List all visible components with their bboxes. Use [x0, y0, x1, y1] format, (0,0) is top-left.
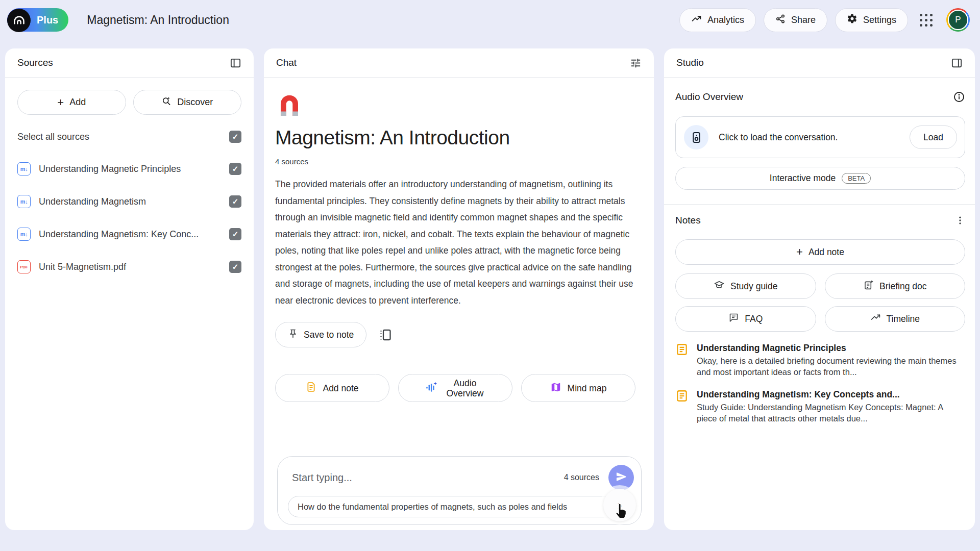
source-row[interactable]: m↓ Understanding Magnetism: Key Conc... …	[17, 228, 241, 241]
note-preview: Okay, here is a detailed briefing docume…	[697, 355, 965, 378]
interactive-mode-label: Interactive mode	[770, 173, 836, 184]
study-guide-label: Study guide	[730, 281, 777, 292]
source-checkbox[interactable]: ✓	[229, 228, 241, 240]
speaker-icon	[684, 125, 708, 149]
markdown-file-icon: m↓	[17, 162, 31, 176]
source-title: Unit 5-Magnetism.pdf	[39, 262, 221, 272]
select-all-row: Select all sources ✓	[17, 131, 241, 143]
audio-load-message: Click to load the conversation.	[719, 132, 899, 143]
apps-grid-icon[interactable]	[920, 14, 933, 27]
analytics-button[interactable]: Analytics	[679, 8, 756, 32]
discover-search-icon	[161, 96, 172, 109]
next-suggestion-button[interactable]: ›	[603, 489, 636, 521]
chat-actions-row: Add note Audio Overview	[275, 374, 635, 402]
briefing-doc-icon	[863, 280, 874, 293]
source-row[interactable]: m↓ Understanding Magnetic Principles ✓	[17, 162, 241, 176]
add-note-button[interactable]: Add note	[275, 374, 389, 402]
chat-settings-tune-icon[interactable]	[630, 57, 642, 69]
notebooklm-logo-icon	[7, 9, 31, 32]
audio-load-card: Click to load the conversation. Load	[675, 116, 965, 158]
collapse-studio-panel-icon[interactable]	[951, 57, 963, 69]
faq-button[interactable]: FAQ	[675, 306, 816, 332]
markdown-file-icon: m↓	[17, 228, 31, 241]
select-all-label: Select all sources	[17, 132, 89, 142]
audio-overview-section: Audio Overview C	[664, 78, 975, 204]
source-row[interactable]: m↓ Understanding Magnetism ✓	[17, 195, 241, 208]
avatar-initial: P	[948, 10, 968, 30]
save-to-note-label: Save to note	[304, 330, 354, 340]
pin-icon	[288, 329, 298, 341]
audio-waveform-icon	[425, 381, 438, 396]
graduation-cap-icon	[714, 280, 725, 293]
audio-overview-button[interactable]: Audio Overview	[398, 374, 512, 402]
send-button[interactable]	[608, 465, 634, 490]
audio-overview-label: Audio Overview	[444, 378, 486, 398]
study-guide-button[interactable]: Study guide	[675, 273, 816, 299]
share-button[interactable]: Share	[764, 8, 827, 32]
add-source-button[interactable]: + Add	[17, 90, 126, 115]
sources-panel-title: Sources	[17, 57, 53, 68]
source-title: Understanding Magnetism: Key Conc...	[39, 229, 221, 240]
chevron-right-icon: ›	[618, 497, 622, 513]
source-row[interactable]: PDF Unit 5-Magnetism.pdf ✓	[17, 260, 241, 273]
plus-icon: +	[796, 246, 803, 258]
studio-panel-header: Studio	[664, 48, 975, 78]
save-to-note-button[interactable]: Save to note	[275, 322, 366, 347]
mind-map-label: Mind map	[568, 383, 607, 393]
chat-panel-title: Chat	[276, 57, 297, 68]
studio-add-note-label: Add note	[808, 247, 844, 258]
beta-badge: BETA	[842, 173, 871, 184]
source-checkbox[interactable]: ✓	[229, 195, 241, 208]
source-title: Understanding Magnetic Principles	[39, 164, 221, 174]
settings-label: Settings	[863, 15, 896, 26]
magnet-emoji	[275, 91, 635, 121]
kebab-menu-icon[interactable]	[955, 215, 965, 226]
timeline-label: Timeline	[887, 314, 920, 324]
select-all-checkbox[interactable]: ✓	[229, 131, 241, 143]
suggested-question-text: How do the fundamental properties of mag…	[298, 502, 567, 512]
plus-badge-label: Plus	[37, 14, 58, 26]
save-row: Save to note	[275, 322, 635, 347]
notebook-summary: The provided materials offer an introduc…	[275, 176, 635, 309]
studio-add-note-button[interactable]: + Add note	[675, 239, 965, 265]
composer-source-count: 4 sources	[564, 473, 599, 482]
studio-panel: Studio Audio Overview	[664, 48, 975, 530]
app-logo[interactable]: Plus	[7, 8, 68, 32]
faq-icon	[728, 312, 739, 325]
studio-body: Audio Overview C	[664, 78, 975, 424]
load-button[interactable]: Load	[910, 126, 957, 149]
note-title: Understanding Magnetism: Key Concepts an…	[697, 389, 965, 400]
discover-sources-button[interactable]: Discover	[133, 90, 242, 115]
source-checkbox[interactable]: ✓	[229, 261, 241, 273]
chat-composer: 4 sources How do the fundamental propert…	[277, 456, 642, 525]
add-source-label: Add	[69, 97, 86, 108]
note-icon	[675, 343, 689, 378]
collapse-sources-panel-icon[interactable]	[230, 57, 241, 69]
discover-label: Discover	[177, 97, 213, 108]
settings-button[interactable]: Settings	[835, 8, 908, 32]
audio-overview-title: Audio Overview	[675, 91, 743, 103]
briefing-doc-button[interactable]: Briefing doc	[825, 273, 966, 299]
top-right-actions: Analytics Share Settings P	[679, 8, 970, 32]
note-preview: Study Guide: Understanding Magnetism Key…	[697, 402, 965, 424]
add-note-label: Add note	[323, 383, 358, 393]
note-icon	[306, 382, 316, 394]
avatar[interactable]: P	[946, 8, 970, 32]
timeline-button[interactable]: Timeline	[825, 306, 966, 332]
briefing-doc-label: Briefing doc	[879, 281, 926, 292]
source-checkbox[interactable]: ✓	[229, 163, 241, 175]
mind-map-button[interactable]: Mind map	[521, 374, 635, 402]
note-icon	[675, 389, 689, 424]
plus-icon: +	[57, 97, 64, 108]
note-item[interactable]: Understanding Magnetic Principles Okay, …	[675, 343, 965, 378]
notes-section: Notes + Add note	[664, 204, 975, 424]
sources-panel-header: Sources	[5, 48, 254, 78]
copy-icon[interactable]	[379, 328, 393, 342]
suggested-question-chip[interactable]: How do the fundamental properties of mag…	[288, 496, 621, 517]
sources-body: + Add Discover Select all sources ✓	[5, 78, 254, 286]
chat-input[interactable]	[292, 472, 564, 484]
info-icon[interactable]	[953, 91, 965, 103]
interactive-mode-button[interactable]: Interactive mode BETA	[675, 167, 965, 190]
sources-panel: Sources + Add	[5, 48, 254, 530]
note-item[interactable]: Understanding Magnetism: Key Concepts an…	[675, 389, 965, 424]
